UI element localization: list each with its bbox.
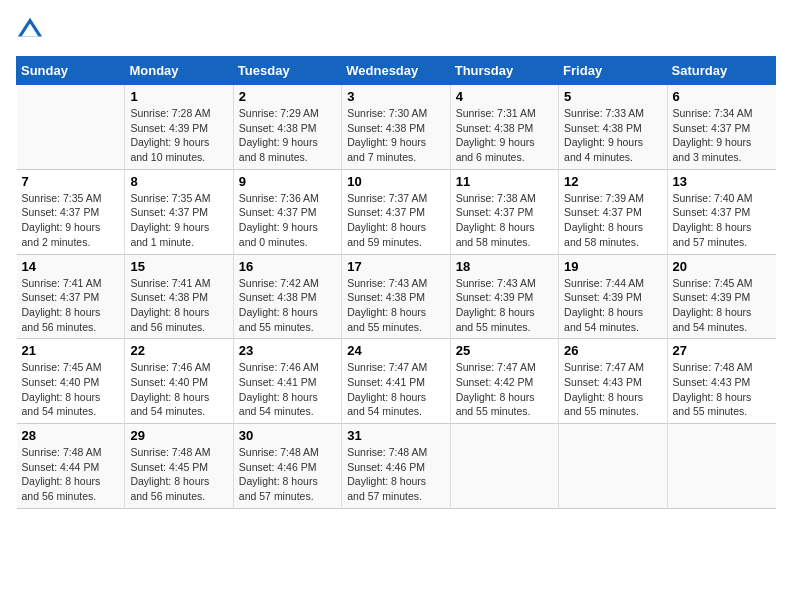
day-info: Sunrise: 7:33 AM Sunset: 4:38 PM Dayligh… <box>564 106 661 165</box>
calendar-cell: 5Sunrise: 7:33 AM Sunset: 4:38 PM Daylig… <box>559 85 667 170</box>
calendar-cell <box>450 424 558 509</box>
calendar-cell: 23Sunrise: 7:46 AM Sunset: 4:41 PM Dayli… <box>233 339 341 424</box>
calendar-week-row: 28Sunrise: 7:48 AM Sunset: 4:44 PM Dayli… <box>17 424 776 509</box>
calendar-cell <box>667 424 775 509</box>
day-number: 17 <box>347 259 444 274</box>
calendar-cell: 21Sunrise: 7:45 AM Sunset: 4:40 PM Dayli… <box>17 339 125 424</box>
weekday-header: Monday <box>125 57 233 85</box>
day-info: Sunrise: 7:30 AM Sunset: 4:38 PM Dayligh… <box>347 106 444 165</box>
weekday-header: Tuesday <box>233 57 341 85</box>
day-info: Sunrise: 7:45 AM Sunset: 4:40 PM Dayligh… <box>22 360 120 419</box>
day-number: 13 <box>673 174 771 189</box>
calendar-cell: 11Sunrise: 7:38 AM Sunset: 4:37 PM Dayli… <box>450 169 558 254</box>
calendar-cell: 14Sunrise: 7:41 AM Sunset: 4:37 PM Dayli… <box>17 254 125 339</box>
weekday-header: Friday <box>559 57 667 85</box>
day-number: 5 <box>564 89 661 104</box>
day-number: 20 <box>673 259 771 274</box>
day-info: Sunrise: 7:40 AM Sunset: 4:37 PM Dayligh… <box>673 191 771 250</box>
weekday-header: Thursday <box>450 57 558 85</box>
weekday-header: Sunday <box>17 57 125 85</box>
calendar-cell: 18Sunrise: 7:43 AM Sunset: 4:39 PM Dayli… <box>450 254 558 339</box>
calendar-cell: 19Sunrise: 7:44 AM Sunset: 4:39 PM Dayli… <box>559 254 667 339</box>
calendar-week-row: 1Sunrise: 7:28 AM Sunset: 4:39 PM Daylig… <box>17 85 776 170</box>
day-info: Sunrise: 7:29 AM Sunset: 4:38 PM Dayligh… <box>239 106 336 165</box>
calendar-cell: 17Sunrise: 7:43 AM Sunset: 4:38 PM Dayli… <box>342 254 450 339</box>
calendar-cell: 31Sunrise: 7:48 AM Sunset: 4:46 PM Dayli… <box>342 424 450 509</box>
calendar-week-row: 21Sunrise: 7:45 AM Sunset: 4:40 PM Dayli… <box>17 339 776 424</box>
logo <box>16 16 48 44</box>
day-number: 7 <box>22 174 120 189</box>
day-info: Sunrise: 7:46 AM Sunset: 4:41 PM Dayligh… <box>239 360 336 419</box>
day-info: Sunrise: 7:37 AM Sunset: 4:37 PM Dayligh… <box>347 191 444 250</box>
calendar-cell: 1Sunrise: 7:28 AM Sunset: 4:39 PM Daylig… <box>125 85 233 170</box>
day-number: 8 <box>130 174 227 189</box>
day-number: 10 <box>347 174 444 189</box>
day-number: 23 <box>239 343 336 358</box>
calendar-cell: 10Sunrise: 7:37 AM Sunset: 4:37 PM Dayli… <box>342 169 450 254</box>
day-number: 15 <box>130 259 227 274</box>
day-number: 18 <box>456 259 553 274</box>
day-number: 16 <box>239 259 336 274</box>
day-number: 12 <box>564 174 661 189</box>
day-number: 11 <box>456 174 553 189</box>
day-info: Sunrise: 7:41 AM Sunset: 4:38 PM Dayligh… <box>130 276 227 335</box>
day-number: 29 <box>130 428 227 443</box>
weekday-header: Wednesday <box>342 57 450 85</box>
day-info: Sunrise: 7:47 AM Sunset: 4:43 PM Dayligh… <box>564 360 661 419</box>
day-number: 27 <box>673 343 771 358</box>
day-number: 9 <box>239 174 336 189</box>
day-info: Sunrise: 7:38 AM Sunset: 4:37 PM Dayligh… <box>456 191 553 250</box>
day-number: 3 <box>347 89 444 104</box>
day-number: 19 <box>564 259 661 274</box>
day-number: 4 <box>456 89 553 104</box>
day-number: 28 <box>22 428 120 443</box>
day-number: 22 <box>130 343 227 358</box>
day-info: Sunrise: 7:39 AM Sunset: 4:37 PM Dayligh… <box>564 191 661 250</box>
day-number: 25 <box>456 343 553 358</box>
calendar-cell: 13Sunrise: 7:40 AM Sunset: 4:37 PM Dayli… <box>667 169 775 254</box>
calendar-cell: 27Sunrise: 7:48 AM Sunset: 4:43 PM Dayli… <box>667 339 775 424</box>
day-info: Sunrise: 7:48 AM Sunset: 4:45 PM Dayligh… <box>130 445 227 504</box>
calendar-cell: 15Sunrise: 7:41 AM Sunset: 4:38 PM Dayli… <box>125 254 233 339</box>
day-info: Sunrise: 7:46 AM Sunset: 4:40 PM Dayligh… <box>130 360 227 419</box>
calendar-cell: 25Sunrise: 7:47 AM Sunset: 4:42 PM Dayli… <box>450 339 558 424</box>
calendar-cell: 26Sunrise: 7:47 AM Sunset: 4:43 PM Dayli… <box>559 339 667 424</box>
calendar-cell: 28Sunrise: 7:48 AM Sunset: 4:44 PM Dayli… <box>17 424 125 509</box>
calendar-cell: 2Sunrise: 7:29 AM Sunset: 4:38 PM Daylig… <box>233 85 341 170</box>
day-info: Sunrise: 7:42 AM Sunset: 4:38 PM Dayligh… <box>239 276 336 335</box>
calendar-week-row: 7Sunrise: 7:35 AM Sunset: 4:37 PM Daylig… <box>17 169 776 254</box>
day-number: 6 <box>673 89 771 104</box>
day-number: 1 <box>130 89 227 104</box>
day-number: 24 <box>347 343 444 358</box>
day-number: 14 <box>22 259 120 274</box>
day-info: Sunrise: 7:35 AM Sunset: 4:37 PM Dayligh… <box>130 191 227 250</box>
calendar-cell: 7Sunrise: 7:35 AM Sunset: 4:37 PM Daylig… <box>17 169 125 254</box>
calendar-cell: 8Sunrise: 7:35 AM Sunset: 4:37 PM Daylig… <box>125 169 233 254</box>
calendar-cell <box>17 85 125 170</box>
calendar-cell: 24Sunrise: 7:47 AM Sunset: 4:41 PM Dayli… <box>342 339 450 424</box>
day-info: Sunrise: 7:31 AM Sunset: 4:38 PM Dayligh… <box>456 106 553 165</box>
day-info: Sunrise: 7:44 AM Sunset: 4:39 PM Dayligh… <box>564 276 661 335</box>
logo-icon <box>16 16 44 44</box>
day-info: Sunrise: 7:48 AM Sunset: 4:46 PM Dayligh… <box>239 445 336 504</box>
day-number: 26 <box>564 343 661 358</box>
day-info: Sunrise: 7:41 AM Sunset: 4:37 PM Dayligh… <box>22 276 120 335</box>
day-number: 30 <box>239 428 336 443</box>
page-header <box>16 16 776 44</box>
calendar-cell: 29Sunrise: 7:48 AM Sunset: 4:45 PM Dayli… <box>125 424 233 509</box>
calendar-cell: 3Sunrise: 7:30 AM Sunset: 4:38 PM Daylig… <box>342 85 450 170</box>
day-info: Sunrise: 7:47 AM Sunset: 4:41 PM Dayligh… <box>347 360 444 419</box>
day-info: Sunrise: 7:36 AM Sunset: 4:37 PM Dayligh… <box>239 191 336 250</box>
calendar-cell: 4Sunrise: 7:31 AM Sunset: 4:38 PM Daylig… <box>450 85 558 170</box>
day-number: 31 <box>347 428 444 443</box>
calendar-cell: 12Sunrise: 7:39 AM Sunset: 4:37 PM Dayli… <box>559 169 667 254</box>
calendar-cell <box>559 424 667 509</box>
calendar-cell: 6Sunrise: 7:34 AM Sunset: 4:37 PM Daylig… <box>667 85 775 170</box>
day-info: Sunrise: 7:48 AM Sunset: 4:44 PM Dayligh… <box>22 445 120 504</box>
day-number: 2 <box>239 89 336 104</box>
calendar-cell: 9Sunrise: 7:36 AM Sunset: 4:37 PM Daylig… <box>233 169 341 254</box>
calendar-table: SundayMondayTuesdayWednesdayThursdayFrid… <box>16 56 776 509</box>
day-info: Sunrise: 7:35 AM Sunset: 4:37 PM Dayligh… <box>22 191 120 250</box>
day-info: Sunrise: 7:43 AM Sunset: 4:38 PM Dayligh… <box>347 276 444 335</box>
calendar-week-row: 14Sunrise: 7:41 AM Sunset: 4:37 PM Dayli… <box>17 254 776 339</box>
